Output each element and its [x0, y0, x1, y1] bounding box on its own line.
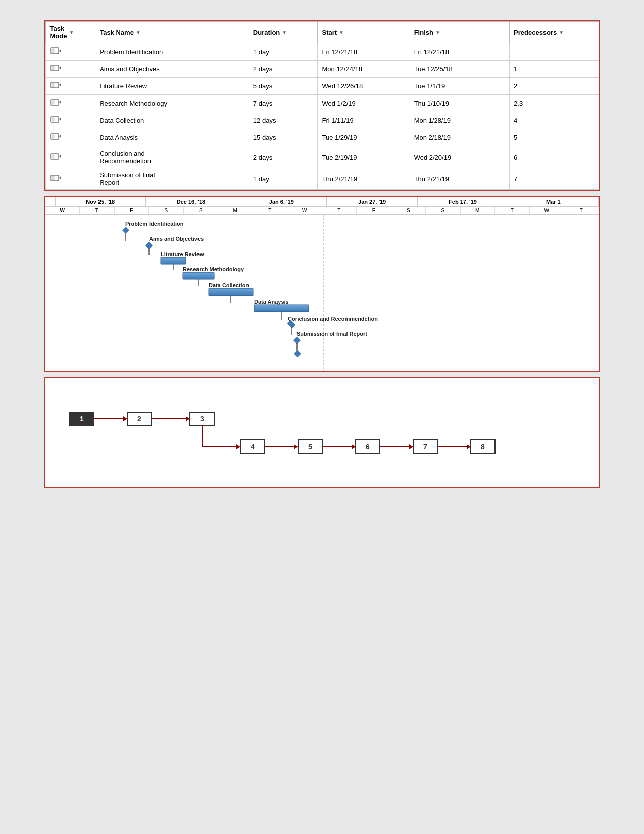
day-w3: W	[530, 207, 565, 214]
col-start-arrow[interactable]: ▼	[339, 30, 344, 35]
svg-text:1: 1	[80, 415, 84, 423]
col-mode-label: TaskMode	[50, 25, 67, 40]
cell-pred: 4	[510, 112, 599, 129]
col-header-pred[interactable]: Predecessors ▼	[510, 22, 599, 43]
col-name-arrow[interactable]: ▼	[136, 30, 141, 35]
day-t4: T	[495, 207, 530, 214]
gantt-label-3: Litrature Review	[161, 251, 204, 257]
table-row: Research Methodology7 daysWed 1/2/19Thu …	[45, 95, 599, 112]
table-row: Conclusion and Recommendetion2 daysTue 2…	[45, 146, 599, 168]
gantt-section: Nov 25, '18 Dec 16, '18 Jan 6, '19 Jan 2…	[44, 196, 600, 372]
cell-duration: 2 days	[249, 61, 318, 78]
day-f2: F	[357, 207, 391, 214]
cell-name: Conclusion and Recommendetion	[95, 146, 249, 168]
task-mode-icon	[50, 64, 61, 73]
cell-start: Thu 2/21/19	[318, 168, 410, 190]
table-row: Submission of final Report1 dayThu 2/21/…	[45, 168, 599, 190]
svg-rect-3	[52, 66, 54, 70]
network-svg: 1 2 3 4 5 6	[45, 378, 599, 488]
period-jan6: Jan 6, '19	[236, 197, 327, 206]
svg-marker-45	[352, 444, 356, 449]
col-header-duration[interactable]: Duration ▼	[249, 22, 318, 43]
col-start-label: Start	[322, 29, 337, 36]
cell-mode	[45, 61, 95, 78]
cell-pred: 7	[510, 168, 599, 190]
cell-start: Wed 12/26/18	[318, 78, 410, 95]
svg-marker-42	[294, 444, 298, 449]
gantt-label-8: Submission of final Report	[296, 331, 367, 337]
cell-duration: 7 days	[249, 95, 318, 112]
svg-text:2: 2	[137, 415, 141, 423]
gantt-bar-4	[183, 272, 214, 279]
gantt-svg: Problem Identification Aims and Objectiv…	[45, 215, 599, 371]
table-row: Litrature Review5 daysWed 12/26/18Tue 1/…	[45, 78, 599, 95]
gantt-label-7: Conclusion and Recommendetion	[288, 316, 378, 322]
cell-duration: 12 days	[249, 112, 318, 129]
col-duration-arrow[interactable]: ▼	[282, 30, 287, 35]
gantt-period-header: Nov 25, '18 Dec 16, '18 Jan 6, '19 Jan 2…	[45, 197, 599, 207]
cell-pred: 1	[510, 61, 599, 78]
svg-marker-32	[123, 416, 127, 421]
col-mode-arrow[interactable]: ▼	[69, 30, 74, 35]
task-mode-icon	[50, 81, 61, 90]
cell-finish: Fri 12/21/18	[410, 43, 509, 61]
svg-rect-27	[293, 337, 300, 344]
day-t2: T	[253, 207, 288, 214]
cell-start: Mon 12/24/18	[318, 61, 410, 78]
svg-rect-9	[52, 118, 54, 121]
col-header-start[interactable]: Start ▼	[318, 22, 410, 43]
gantt-body: Problem Identification Aims and Objectiv…	[45, 215, 599, 371]
col-header-finish[interactable]: Finish ▼	[410, 22, 509, 43]
cell-pred: 2,3	[510, 95, 599, 112]
svg-text:4: 4	[251, 443, 255, 451]
cell-mode	[45, 112, 95, 129]
svg-marker-35	[186, 416, 190, 421]
col-finish-label: Finish	[414, 29, 433, 36]
task-mode-icon	[50, 132, 61, 141]
cell-start: Wed 1/2/19	[318, 95, 410, 112]
period-nov: Nov 25, '18	[56, 197, 146, 206]
cell-duration: 15 days	[249, 129, 318, 146]
cell-start: Tue 1/29/19	[318, 129, 410, 146]
cell-finish: Tue 1/1/19	[410, 78, 509, 95]
svg-text:3: 3	[200, 415, 204, 423]
day-m1: M	[218, 207, 253, 214]
col-pred-label: Predecessors	[514, 29, 557, 36]
col-finish-arrow[interactable]: ▼	[435, 30, 440, 35]
svg-rect-15	[52, 176, 54, 180]
svg-marker-48	[409, 444, 413, 449]
period-feb: Feb 17, '19	[418, 197, 508, 206]
gantt-label-1: Problem Identification	[125, 221, 184, 227]
cell-duration: 2 days	[249, 146, 318, 168]
cell-finish: Mon 2/18/19	[410, 129, 509, 146]
cell-finish: Wed 2/20/19	[410, 146, 509, 168]
svg-rect-7	[52, 101, 54, 104]
svg-text:6: 6	[366, 443, 370, 451]
table-row: Data Anaysis15 daysTue 1/29/19Mon 2/18/1…	[45, 129, 599, 146]
cell-finish: Mon 1/28/19	[410, 112, 509, 129]
col-header-mode[interactable]: TaskMode ▼	[45, 22, 95, 43]
task-table-section: TaskMode ▼ Task Name ▼ Duration ▼	[44, 20, 600, 191]
day-s3: S	[391, 207, 426, 214]
col-header-name[interactable]: Task Name ▼	[95, 22, 249, 43]
cell-pred	[510, 43, 599, 61]
svg-rect-17	[122, 227, 129, 234]
cell-mode	[45, 168, 95, 190]
day-s4: S	[426, 207, 461, 214]
gantt-days-header: W T F S S M T W T F S S M T W T	[45, 207, 599, 215]
cell-mode	[45, 146, 95, 168]
gantt-label-2: Aims and Objectives	[149, 236, 204, 242]
day-s1: S	[149, 207, 184, 214]
cell-finish: Tue 12/25/18	[410, 61, 509, 78]
gantt-bar-3	[161, 257, 186, 264]
col-pred-arrow[interactable]: ▼	[559, 30, 564, 35]
period-mar: Mar 1	[508, 197, 599, 206]
task-mode-icon	[50, 152, 61, 161]
period-dec: Dec 16, '18	[146, 197, 236, 206]
gantt-bar-5	[209, 288, 253, 296]
network-section: 1 2 3 4 5 6	[44, 377, 600, 488]
svg-rect-1	[52, 49, 54, 53]
day-m2: M	[461, 207, 496, 214]
cell-name: Problem Identification	[95, 43, 249, 61]
svg-rect-5	[52, 83, 54, 87]
